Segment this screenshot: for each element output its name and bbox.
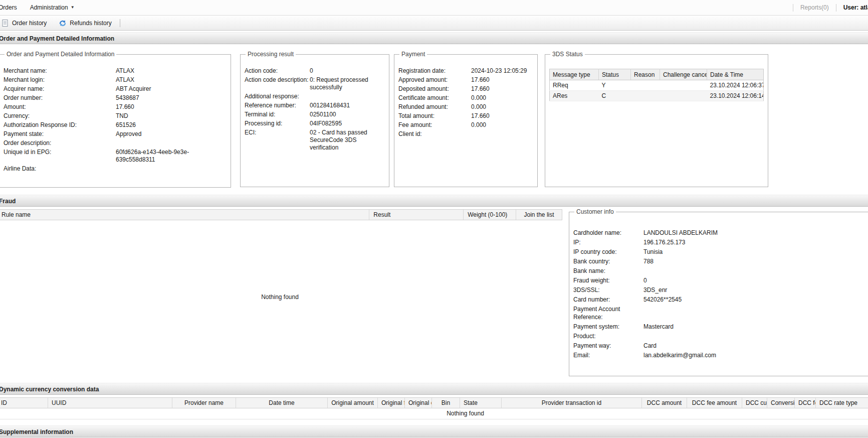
three-ds-row[interactable]: AResC23.10.2024 12:06:14	[550, 91, 764, 101]
field-value: 04IF082595	[310, 120, 369, 127]
field-value: Mastercard	[643, 323, 865, 331]
section-header-dcc: Dynamic currency conversion data	[0, 383, 868, 395]
three-ds-legend: 3DS Status	[550, 51, 585, 58]
three-ds-cell: 23.10.2024 12:06:14	[707, 91, 764, 101]
field-label: Cardholder name:	[573, 229, 643, 237]
field-label: Card number:	[573, 296, 643, 304]
field-row: Acquirer name: ABT Acquirer	[4, 85, 227, 93]
three-ds-table: Message typeStatusReasonChallenge cancel…	[549, 69, 764, 101]
field-row: Authorization Response ID: 651526	[4, 121, 227, 129]
dcc-column-provider-transaction-id: Provider transaction id	[501, 398, 641, 408]
tab-order-history[interactable]: Order history	[0, 16, 53, 30]
field-value	[643, 332, 865, 340]
three-ds-cell: Y	[599, 80, 631, 91]
menu-administration-label: Administration	[30, 4, 68, 11]
three-ds-row[interactable]: RReqY23.10.2024 12:06:37	[550, 80, 764, 91]
field-row: Payment way: Card	[573, 342, 865, 350]
field-row: Bank name:	[573, 267, 865, 275]
field-row: Registration date: 2024-10-23 12:05:29	[398, 67, 533, 75]
processing-result-fields: Action code: 0 Action code description: …	[245, 67, 385, 152]
field-value: 196.176.25.173	[643, 238, 865, 246]
fraud-table-header: Rule name Result Weight (0-100) Join the…	[0, 209, 562, 220]
field-label: Email:	[573, 351, 643, 359]
field-label: Processing id:	[245, 120, 310, 127]
field-value: TND	[116, 112, 227, 120]
field-label: Airline Data:	[4, 165, 116, 173]
field-value: 02 - Card has passed SecureCode 3DS veri…	[310, 129, 369, 152]
three-ds-cell	[631, 80, 660, 91]
field-value	[116, 165, 227, 173]
menu-orders-label: Orders	[0, 4, 17, 11]
fraud-empty-message: Nothing found	[0, 221, 562, 376]
menu-administration[interactable]: Administration ▼	[24, 4, 81, 11]
dcc-column-original-amount: Original amount	[327, 398, 377, 408]
field-value: 17.660	[471, 85, 533, 93]
field-label: Reference number:	[245, 102, 310, 109]
refresh-icon	[59, 19, 67, 27]
dcc-column-original-currency: Original c	[404, 398, 431, 408]
field-row: Total amount: 17.660	[398, 112, 533, 120]
field-row: Bank country: 788	[573, 257, 865, 265]
payment-legend: Payment	[399, 51, 427, 58]
field-label: Payment Account Reference:	[573, 305, 643, 321]
field-row: IP country code: Tunisia	[573, 248, 865, 256]
dcc-column-original-fee: Original f	[377, 398, 404, 408]
field-row: Product:	[573, 332, 865, 340]
field-value	[116, 139, 227, 147]
menubar: Orders Administration ▼ Reports(0) User:…	[0, 0, 868, 16]
menu-orders[interactable]: Orders	[0, 4, 24, 11]
field-label: Additional response:	[245, 93, 310, 100]
menubar-separator	[836, 4, 836, 12]
field-value	[310, 93, 369, 100]
field-row: Merchant name: ATLAX	[4, 67, 227, 75]
field-value: 001284168431	[310, 102, 369, 109]
field-value	[471, 130, 533, 138]
field-row: Additional response:	[245, 93, 385, 100]
field-row: Refunded amount: 0.000	[398, 103, 533, 111]
field-row: Client id:	[398, 130, 533, 138]
field-label: Bank name:	[573, 267, 643, 275]
three-ds-column-header: Challenge cancel	[660, 69, 707, 80]
menu-reports[interactable]: Reports(0)	[800, 4, 829, 11]
field-row: IP: 196.176.25.173	[573, 238, 865, 246]
field-label: Order description:	[4, 139, 116, 147]
tab-refunds-history[interactable]: Refunds history	[53, 16, 117, 30]
processing-result-panel: Processing result Action code: 0 Action …	[240, 51, 389, 187]
three-ds-cell	[631, 91, 660, 101]
tab-refunds-history-label: Refunds history	[70, 20, 111, 27]
field-row: Order number: 5438687	[4, 94, 227, 102]
three-ds-cell: C	[599, 91, 631, 101]
field-row: Action code description: 0: Request proc…	[245, 76, 385, 91]
field-value: ABT Acquirer	[116, 85, 227, 93]
payment-panel: Payment Registration date: 2024-10-23 12…	[394, 51, 538, 187]
field-label: Order number:	[4, 94, 116, 102]
chevron-down-icon: ▼	[71, 6, 75, 10]
fraud-column-rule-name: Rule name	[0, 210, 369, 220]
three-ds-panel: 3DS Status Message typeStatusReasonChall…	[545, 51, 768, 187]
field-label: IP country code:	[573, 248, 643, 256]
three-ds-cell: 23.10.2024 12:06:37	[707, 80, 764, 91]
field-value	[643, 305, 865, 321]
field-label: Payment state:	[4, 130, 116, 138]
field-value: 17.660	[116, 103, 227, 111]
field-value: 5438687	[116, 94, 227, 102]
field-label: Payment way:	[573, 342, 643, 350]
order-details-legend: Order and Payment Detailed Information	[5, 51, 116, 58]
field-value: Tunisia	[643, 248, 865, 256]
dcc-column-dcc-amount: DCC amount	[641, 398, 687, 408]
field-label: Action code description:	[245, 76, 310, 91]
field-row: ECI: 02 - Card has passed SecureCode 3DS…	[245, 129, 385, 152]
field-label: Terminal id:	[245, 111, 310, 118]
field-row: Fee amount: 0.000	[398, 121, 533, 129]
field-value	[643, 267, 865, 275]
order-details-panel: Order and Payment Detailed Information M…	[0, 51, 231, 188]
field-label: Action code:	[245, 67, 310, 75]
payment-fields: Registration date: 2024-10-23 12:05:29 A…	[398, 67, 533, 138]
dcc-column-id: ID	[0, 398, 48, 408]
field-row: Reference number: 001284168431	[245, 102, 385, 109]
field-row: Merchant login: ATLAX	[4, 76, 227, 84]
field-value: 2024-10-23 12:05:29	[471, 67, 533, 75]
three-ds-cell: ARes	[550, 91, 599, 101]
document-icon	[1, 19, 9, 27]
field-row: Terminal id: 02501100	[245, 111, 385, 118]
